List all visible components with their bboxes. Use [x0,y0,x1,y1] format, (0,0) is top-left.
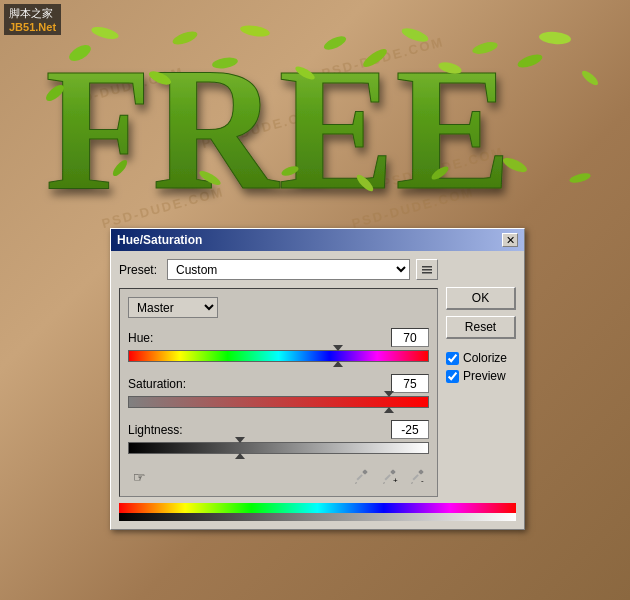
svg-rect-31 [384,474,390,480]
ok-button[interactable]: OK [446,287,516,310]
svg-point-8 [539,31,572,46]
svg-marker-32 [383,482,385,484]
hue-saturation-dialog: Hue/Saturation ✕ Preset: Custom Default [110,228,525,530]
canvas-background: 脚本之家 JB51.Net PSD-DUDE.COM PSD-DUDE.COM … [0,0,630,600]
svg-point-15 [516,52,544,70]
svg-point-16 [580,69,600,88]
logo-box: 脚本之家 JB51.Net [4,4,61,35]
svg-rect-35 [412,474,418,480]
sat-track-wrapper[interactable] [128,396,429,408]
svg-text:+: + [393,476,398,485]
lightness-slider-row: Lightness: -25 [128,420,429,454]
preset-icon-button[interactable] [416,259,438,280]
free-svg: FREE [25,23,605,213]
rainbow-bar [119,503,516,513]
eyedropper-svg [354,469,370,485]
svg-rect-27 [362,469,368,475]
svg-marker-29 [355,482,357,484]
lightness-value[interactable]: -25 [391,420,429,439]
hue-label-row: Hue: 70 [128,328,429,347]
saturation-track[interactable] [128,396,429,408]
checkboxes-panel: Colorize Preview [446,351,516,387]
dialog-titlebar: Hue/Saturation ✕ [111,229,524,251]
light-label-row: Lightness: -25 [128,420,429,439]
saturation-slider-row: Saturation: 75 [128,374,429,408]
hue-label: Hue: [128,331,153,345]
svg-marker-36 [411,482,413,484]
light-track-wrapper[interactable] [128,442,429,454]
light-thumb-top [235,437,245,443]
channel-select-wrapper: Master Reds Yellows Greens Cyans Blues M… [128,297,218,318]
preview-label[interactable]: Preview [463,369,506,383]
hue-track[interactable] [128,350,429,362]
dialog-body: Preset: Custom Default Cyanotype [111,251,524,529]
colorize-row: Colorize [446,351,516,365]
colorize-label[interactable]: Colorize [463,351,507,365]
svg-rect-26 [422,272,432,274]
svg-point-23 [568,171,591,184]
sat-thumb [384,407,394,413]
saturation-label: Saturation: [128,377,186,391]
svg-rect-28 [356,474,362,480]
eyedropper-subtract-icon[interactable]: - [407,466,429,488]
preset-select-wrapper: Custom Default Cyanotype [167,259,410,280]
hue-thumb-top [333,345,343,351]
svg-text:FREE: FREE [45,32,512,213]
sliders-panel: Master Reds Yellows Greens Cyans Blues M… [119,288,438,497]
lightness-track[interactable] [128,442,429,454]
logo-line2: JB51.Net [9,21,56,33]
close-button[interactable]: ✕ [502,233,518,247]
eyedropper-add-svg: + [382,469,398,485]
channel-row: Master Reds Yellows Greens Cyans Blues M… [128,297,429,318]
eyedropper-add-icon[interactable]: + [379,466,401,488]
hue-track-wrapper[interactable] [128,350,429,362]
reset-button[interactable]: Reset [446,316,516,339]
dialog-title: Hue/Saturation [117,233,202,247]
channel-select[interactable]: Master Reds Yellows Greens Cyans Blues M… [128,297,218,318]
hue-value[interactable]: 70 [391,328,429,347]
hue-slider-row: Hue: 70 [128,328,429,362]
svg-rect-30 [390,469,396,475]
hue-thumb [333,361,343,367]
svg-rect-25 [422,269,432,271]
preset-select[interactable]: Custom Default Cyanotype [167,259,410,280]
hand-tool-icon[interactable]: ☞ [128,466,150,488]
free-text-graphic: FREE [0,18,630,218]
logo-line1: 脚本之家 [9,6,56,21]
preset-label: Preset: [119,263,161,277]
eyedropper-icon[interactable] [351,466,373,488]
light-thumb [235,453,245,459]
preview-row: Preview [446,369,516,383]
gray-bar [119,513,516,521]
preset-menu-icon [421,264,433,276]
preview-checkbox[interactable] [446,370,459,383]
eyedropper-subtract-svg: - [410,469,426,485]
preset-row: Preset: Custom Default Cyanotype [119,259,438,280]
bottom-icons-row: ☞ [128,466,429,488]
svg-rect-24 [422,266,432,268]
colorize-checkbox[interactable] [446,352,459,365]
svg-rect-34 [418,469,424,475]
saturation-value[interactable]: 75 [391,374,429,393]
sat-thumb-top [384,391,394,397]
lightness-label: Lightness: [128,423,183,437]
svg-text:-: - [421,476,424,485]
